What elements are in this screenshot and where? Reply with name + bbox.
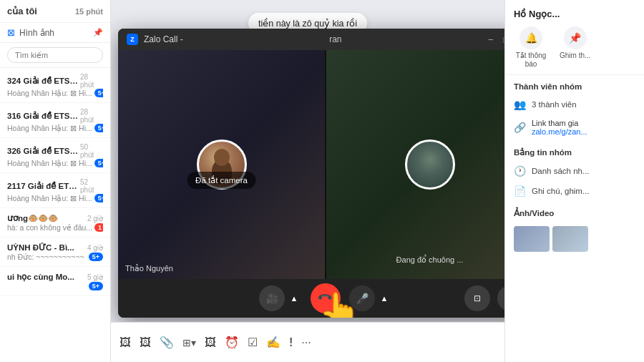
conv-time: 5 giờ	[87, 273, 103, 281]
left-sidebar: của tôi 15 phút ⊠ Hình ảnh 📌 324 Giải đề…	[0, 0, 111, 362]
call-title-text: Zalo Call -	[144, 34, 183, 44]
screen-share-icon: ⊡	[474, 293, 481, 303]
checklist-button[interactable]: ☑	[248, 336, 258, 349]
center-main: tiền này là zô quỷ kia rồi Z Zalo Call -…	[111, 0, 504, 362]
more-button[interactable]: ···	[301, 336, 311, 349]
sidebar-search-container	[0, 43, 110, 68]
badge: 5+	[89, 282, 103, 290]
list-item[interactable]: ương🐵🐵🐵 2 giờ hà: a con không về đâu... …	[0, 208, 110, 238]
right-panel-header: Hồ Ngọc... 🔔 Tắt thông báo 📌 Ghim th...	[505, 0, 644, 75]
conv-time: 4 giờ	[87, 244, 103, 252]
emoji-button[interactable]: 🖼	[119, 336, 131, 349]
right-actions: 🔔 Tắt thông báo 📌 Ghim th...	[514, 26, 635, 69]
mic-icon: 🎤	[356, 293, 369, 304]
list-item[interactable]: 324 Giải đề ETS T... 28 phút Hoàng Nhân …	[0, 68, 110, 103]
ringing-label: Đang đổ chuông ...	[396, 255, 464, 265]
invite-link-container: Link tham gia zalo.me/g/zan...	[532, 119, 587, 136]
conv-time: 28 phút	[80, 73, 103, 89]
conv-sub: Hoàng Nhân Hậu: ⊠ Hi... 5+	[7, 159, 103, 167]
badge: 5+	[94, 124, 103, 132]
conv-title: 316 Giải đề ETS T...	[7, 111, 80, 121]
member-section-title: Thành viên nhóm	[505, 75, 644, 94]
exclaim-button[interactable]: !	[289, 336, 293, 349]
layout-button[interactable]: ⊞▾	[182, 337, 196, 348]
group-name: Hồ Ngọc...	[514, 9, 635, 19]
ghi-chu-item[interactable]: 📄 Ghi chú, ghim...	[505, 181, 644, 201]
conv-sub: Hoàng Nhân Hậu: ⊠ Hi... 5+	[7, 124, 103, 132]
invite-link-item[interactable]: 🔗 Link tham gia zalo.me/g/zan...	[505, 114, 644, 140]
conv-title: 326 Giải đề ETS T...	[7, 146, 80, 156]
list-item[interactable]: 2117 Giải đề ETS ... 52 phút Hoàng Nhân …	[0, 173, 110, 208]
avatar-right	[405, 140, 455, 190]
image-upload-button[interactable]: 🖼	[140, 336, 151, 349]
bell-icon: 🔔	[519, 26, 542, 49]
media-button[interactable]: 🖼	[205, 336, 216, 349]
search-input[interactable]	[7, 47, 103, 63]
member-count-item[interactable]: 👥 3 thành viên	[505, 94, 644, 114]
badge: 5+	[94, 89, 103, 97]
video-toggle-button[interactable]: 🎥	[259, 285, 285, 311]
call-controls: 🎥 ▲ 📞 🎤 ▲	[118, 279, 504, 318]
video-control-group: 🎥 ▲	[259, 285, 302, 311]
link-title: Link tham gia	[532, 119, 587, 127]
pin-icon: 📌	[93, 28, 103, 37]
conv-title: 324 Giải đề ETS T...	[7, 76, 80, 86]
mic-chevron-button[interactable]: ▲	[376, 285, 392, 311]
ghi-chu-label: Ghi chú, ghim...	[532, 187, 590, 195]
list-item[interactable]: 316 Giải đề ETS T... 28 phút Hoàng Nhân …	[0, 103, 110, 138]
call-titlebar: Z Zalo Call - ran − □ ×	[118, 29, 504, 50]
link-value: zalo.me/g/zan...	[532, 127, 587, 136]
screen-share-button[interactable]: ⊡	[464, 285, 490, 311]
badge: 5+	[94, 159, 103, 167]
draw-button[interactable]: ✍	[266, 336, 280, 349]
media-section-title: Ảnh/Video	[505, 201, 644, 222]
media-thumb[interactable]	[514, 226, 550, 252]
media-thumb[interactable]	[552, 226, 588, 252]
badge: 1	[94, 223, 103, 232]
danh-sach-label: Danh sách nh...	[532, 167, 590, 175]
member-count: 3 thành viên	[532, 100, 577, 109]
link-icon: 🔗	[514, 122, 526, 133]
list-item[interactable]: UỲNH ĐỨC - Bì... 4 giờ nh Đức: ~~~~~~~~~…	[0, 238, 110, 267]
end-call-icon: 📞	[317, 290, 333, 306]
pin-icon: 📌	[564, 26, 587, 49]
members-icon: 👥	[514, 99, 526, 110]
call-title-left: Z Zalo Call -	[127, 34, 183, 45]
chat-area: tiền này là zô quỷ kia rồi Z Zalo Call -…	[111, 0, 504, 322]
list-item[interactable]: ui học cùng Mo... 5 giờ 5+	[0, 267, 110, 296]
call-window: Z Zalo Call - ran − □ × Đã tắt	[118, 29, 504, 318]
mic-button[interactable]: 🎤	[349, 285, 375, 311]
conv-title: ương🐵🐵🐵	[7, 213, 58, 223]
note-icon: 📄	[514, 185, 526, 197]
list-icon: 🕐	[514, 165, 526, 177]
image-icon: ⊠	[7, 27, 15, 38]
sidebar-img-preview[interactable]: ⊠ Hình ảnh 📌	[0, 23, 110, 43]
media-thumbnails	[505, 222, 644, 256]
video-chevron-button[interactable]: ▲	[286, 285, 302, 311]
conv-time: 52 phút	[80, 178, 103, 194]
badge: 5+	[89, 253, 103, 261]
settings-button[interactable]: ⚙	[497, 285, 504, 311]
badge: 5+	[94, 194, 103, 202]
list-item[interactable]: 326 Giải đề ETS T... 50 phút Hoàng Nhân …	[0, 138, 110, 173]
camera-icon: 🎥	[266, 293, 278, 304]
video-left: Đã tắt camera Thảo Nguyên	[118, 50, 325, 279]
conv-time: 50 phút	[80, 143, 103, 159]
bang-tin-title: Bảng tin nhóm	[505, 140, 644, 161]
maximize-button[interactable]: □	[504, 35, 504, 44]
pin-button[interactable]: 📌 Ghim th...	[560, 26, 590, 69]
conversation-list: 324 Giải đề ETS T... 28 phút Hoàng Nhân …	[0, 68, 110, 362]
conv-title: UỲNH ĐỨC - Bì...	[7, 243, 74, 253]
minimize-button[interactable]: −	[488, 35, 494, 44]
conv-title: 2117 Giải đề ETS ...	[7, 181, 80, 191]
notification-toggle-button[interactable]: 🔔 Tắt thông báo	[514, 26, 548, 69]
end-call-button[interactable]: 📞	[304, 277, 346, 318]
danh-sach-item[interactable]: 🕐 Danh sách nh...	[505, 161, 644, 181]
chat-input-bar: 🖼 🖼 📎 ⊞▾ 🖼 ⏰ ☑ ✍ ! ···	[111, 322, 504, 362]
conv-sub: Hoàng Nhân Hậu: ⊠ Hi... 5+	[7, 194, 103, 202]
attachment-button[interactable]: 📎	[160, 336, 174, 349]
notification-label: Tắt thông báo	[514, 52, 548, 69]
clock-button[interactable]: ⏰	[225, 336, 239, 349]
conv-time: 2 giờ	[87, 215, 103, 222]
zalo-icon: Z	[127, 34, 138, 45]
